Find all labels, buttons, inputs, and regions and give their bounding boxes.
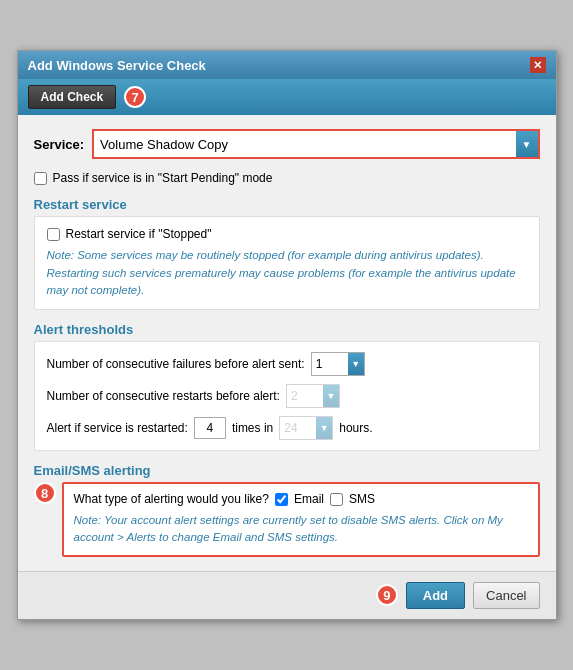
email-section-box: What type of alerting would you like? Em…	[62, 482, 540, 557]
service-dropdown-arrow: ▼	[516, 131, 538, 157]
add-button[interactable]: Add	[406, 582, 465, 609]
dialog-title: Add Windows Service Check	[28, 58, 206, 73]
step-7-badge: 7	[124, 86, 146, 108]
restart-label: Restart service if "Stopped"	[66, 227, 212, 241]
threshold-row3-prefix: Alert if service is restarted:	[47, 421, 188, 435]
email-note: Note: Your account alert settings are cu…	[74, 512, 528, 547]
email-section-title: Email/SMS alerting	[34, 463, 540, 478]
restart-section-content: Restart service if "Stopped" Note: Some …	[35, 217, 539, 309]
email-alerting-section: Email/SMS alerting 8 What type of alerti…	[34, 463, 540, 557]
dialog: Add Windows Service Check ✕ Add Check 7 …	[17, 50, 557, 619]
sms-checkbox[interactable]	[330, 493, 343, 506]
threshold-row-3: Alert if service is restarted: times in …	[47, 416, 527, 440]
alerting-row: What type of alerting would you like? Em…	[74, 492, 528, 506]
threshold-row2-label: Number of consecutive restarts before al…	[47, 389, 280, 403]
threshold-row-2: Number of consecutive restarts before al…	[47, 384, 527, 408]
toolbar: Add Check 7	[18, 79, 556, 115]
pass-pending-checkbox[interactable]	[34, 172, 47, 185]
threshold-row2-select-wrapper: 2 ▼	[286, 384, 340, 408]
restart-checkbox[interactable]	[47, 228, 60, 241]
threshold-row1-label: Number of consecutive failures before al…	[47, 357, 305, 371]
restart-section: Restart service Restart service if "Stop…	[34, 197, 540, 310]
alerting-question: What type of alerting would you like?	[74, 492, 269, 506]
threshold-row3-hours-select: 24	[280, 417, 316, 439]
title-bar: Add Windows Service Check ✕	[18, 51, 556, 79]
sms-label: SMS	[349, 492, 375, 506]
pass-pending-label: Pass if service is in "Start Pending" mo…	[53, 171, 273, 185]
threshold-row-1: Number of consecutive failures before al…	[47, 352, 527, 376]
content-area: Service: Volume Shadow Copy ▼ Pass if se…	[18, 115, 556, 570]
threshold-row3-hours-arrow: ▼	[316, 417, 332, 439]
restart-section-box: Restart service if "Stopped" Note: Some …	[34, 216, 540, 310]
threshold-row1-select-wrapper[interactable]: 1 ▼	[311, 352, 365, 376]
thresholds-box: Number of consecutive failures before al…	[34, 341, 540, 451]
service-select[interactable]: Volume Shadow Copy	[94, 131, 515, 157]
threshold-row3-hours-wrapper: 24 ▼	[279, 416, 333, 440]
email-checkbox[interactable]	[275, 493, 288, 506]
alert-section-title: Alert thresholds	[34, 322, 540, 337]
email-label: Email	[294, 492, 324, 506]
service-row: Service: Volume Shadow Copy ▼	[34, 129, 540, 159]
pass-pending-row: Pass if service is in "Start Pending" mo…	[34, 171, 540, 185]
close-button[interactable]: ✕	[530, 57, 546, 73]
cancel-button[interactable]: Cancel	[473, 582, 539, 609]
threshold-row1-arrow: ▼	[348, 353, 364, 375]
restart-checkbox-row: Restart service if "Stopped"	[47, 227, 527, 241]
service-label: Service:	[34, 137, 85, 152]
service-select-wrapper[interactable]: Volume Shadow Copy ▼	[92, 129, 539, 159]
restart-section-title: Restart service	[34, 197, 540, 212]
add-check-button[interactable]: Add Check	[28, 85, 117, 109]
step-8-badge: 8	[34, 482, 56, 504]
footer: 9 Add Cancel	[18, 571, 556, 619]
restart-note: Note: Some services may be routinely sto…	[47, 247, 527, 299]
threshold-row2-select: 2	[287, 385, 323, 407]
threshold-row3-times-input[interactable]	[194, 417, 226, 439]
threshold-row2-arrow: ▼	[323, 385, 339, 407]
threshold-row3-in: times in	[232, 421, 273, 435]
alert-section: Alert thresholds Number of consecutive f…	[34, 322, 540, 451]
email-section-wrapper: 8 What type of alerting would you like? …	[34, 482, 540, 557]
threshold-row1-select[interactable]: 1	[312, 353, 348, 375]
step-9-badge: 9	[376, 584, 398, 606]
threshold-row3-suffix: hours.	[339, 421, 372, 435]
